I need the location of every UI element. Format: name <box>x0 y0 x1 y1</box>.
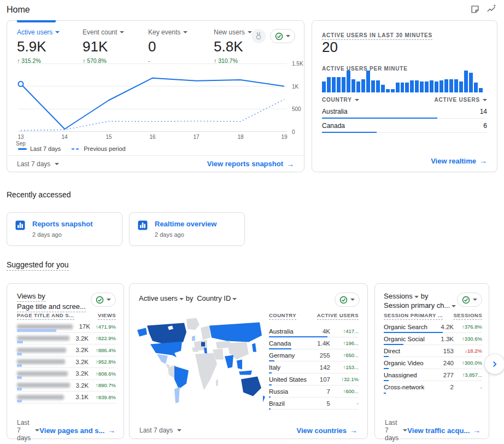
metric-event-count[interactable]: Event count 91K ↑ 570.8% <box>83 28 135 64</box>
column-header[interactable]: COUNTRY <box>269 312 296 320</box>
realtime-bars <box>322 71 483 92</box>
card-title: Active usersby Country ID <box>139 294 237 303</box>
legend-label: Last 7 days <box>30 145 61 152</box>
chevron-down-icon <box>55 163 59 165</box>
realtime-country-list: Australia 14 Canada 6 <box>322 104 487 133</box>
status-ok-dropdown[interactable] <box>270 29 295 43</box>
status-ok-dropdown[interactable] <box>91 293 116 307</box>
row-change: - <box>330 400 359 406</box>
column-header[interactable]: PAGE TITLE AND S... <box>17 312 74 320</box>
suggested-heading: Suggested for you <box>7 260 69 271</box>
recent-item-reports-snapshot[interactable]: Reports snapshot 2 days ago <box>7 212 122 246</box>
column-header[interactable]: SESSIONS <box>453 312 482 320</box>
recently-accessed-heading: Recently accessed <box>7 190 71 199</box>
metric-key-events[interactable]: Key events 0 - <box>148 28 201 64</box>
active-tab-indicator <box>17 20 56 22</box>
y-tick: 1K <box>292 83 298 89</box>
redacted-page-title <box>17 348 66 353</box>
table-row: 3.2K↑890.7% <box>17 380 116 392</box>
row-value: 17K <box>73 323 90 330</box>
arrow-right-icon: → <box>350 426 358 435</box>
x-tick: 14 <box>61 134 67 141</box>
column-header[interactable]: VIEWS <box>98 312 116 320</box>
column-header[interactable]: SESSION PRIMARY ... <box>384 312 443 320</box>
table-row: 3.2K↑952.8% <box>17 357 116 369</box>
chevron-right-icon <box>490 359 500 369</box>
world-map <box>134 312 271 419</box>
table-row: 17K↑471.9% <box>17 321 116 333</box>
row-value: 2 <box>434 384 454 390</box>
x-tick: 18 <box>237 134 243 141</box>
chevron-down-icon <box>483 99 487 101</box>
status-ok-dropdown[interactable] <box>457 293 482 307</box>
check-circle-icon <box>96 296 104 304</box>
date-range-selector[interactable]: Last 7 days <box>385 419 407 442</box>
view-traffic-acquisition-link[interactable]: View traffic acqu...→ <box>407 426 480 435</box>
row-value: 277 <box>434 372 454 378</box>
x-tick: 16 <box>149 134 155 141</box>
redacted-page-title <box>17 383 70 388</box>
row-bar <box>17 388 22 390</box>
chevron-down-icon[interactable] <box>414 296 419 298</box>
chevron-down-icon <box>286 35 290 37</box>
row-change: ↑196... <box>330 340 359 346</box>
country-value: 14 <box>480 104 487 118</box>
row-change: ↑886.4% <box>89 347 116 353</box>
date-range-selector[interactable]: Last 7 days <box>17 419 39 442</box>
row-change: ↑330.6% <box>454 336 482 342</box>
view-countries-link[interactable]: View countries→ <box>296 426 358 435</box>
metric-active-users[interactable]: Active users 5.9K ↑ 315.2% <box>17 28 69 64</box>
row-change: ↑839.8% <box>89 394 116 400</box>
date-range-selector[interactable]: Last 7 days <box>17 160 59 168</box>
table-row: Organic Video240↑300.0% <box>384 357 482 369</box>
chevron-down-icon[interactable] <box>179 298 184 300</box>
note-icon[interactable] <box>470 4 480 14</box>
chevron-down-icon[interactable] <box>120 31 124 33</box>
chevron-down-icon[interactable] <box>232 298 237 300</box>
view-realtime-link[interactable]: View realtime→ <box>431 156 487 165</box>
realtime-active-users-value: 20 <box>322 39 487 56</box>
chevron-down-icon[interactable] <box>452 305 456 307</box>
row-bar <box>17 353 22 355</box>
date-range-selector[interactable]: Last 7 days <box>139 427 181 434</box>
recent-item-time: 2 days ago <box>32 231 93 238</box>
sessions-table: Organic Search4.2K↑376.8% Organic Social… <box>384 321 482 393</box>
carousel-next-button[interactable] <box>485 354 504 374</box>
table-row: 3.1K↑839.8% <box>17 392 116 404</box>
row-change: ↑3,857... <box>454 372 482 378</box>
country-column-header[interactable]: COUNTRY <box>322 97 359 103</box>
row-value: 3.2K <box>70 335 89 342</box>
table-row: Canada1.4K↑196... <box>269 337 359 349</box>
row-value: 3.1K <box>70 394 89 400</box>
chevron-down-icon[interactable] <box>55 31 60 33</box>
table-header: PAGE TITLE AND S... VIEWS <box>17 312 116 320</box>
column-header[interactable]: ACTIVE USERS <box>317 312 359 320</box>
active-users-by-country-card: Active usersby Country ID <box>129 283 368 439</box>
table-row: Organic Social1.3K↑330.6% <box>384 333 482 345</box>
insights-icon[interactable] <box>487 4 496 14</box>
realtime-card: ACTIVE USERS IN LAST 30 MINUTES 20 ACTIV… <box>312 20 497 172</box>
card-title: Sessionsby Session primary ch... <box>384 291 456 310</box>
x-tick: 13 <box>16 134 26 141</box>
chevron-down-icon[interactable] <box>183 31 187 33</box>
sessions-card-footer: Last 7 days View traffic acqu...→ <box>375 422 489 439</box>
status-ok-dropdown[interactable] <box>335 293 360 307</box>
table-row: Canada 6 <box>322 119 487 133</box>
view-pages-link[interactable]: View pages and s...→ <box>39 426 115 435</box>
active-users-column-header[interactable]: ACTIVE USERS <box>434 97 487 103</box>
table-row: 3.2K↑808.6% <box>17 368 116 380</box>
view-reports-snapshot-link[interactable]: View reports snapshot→ <box>207 160 294 168</box>
table-row: Brazil5- <box>269 398 359 410</box>
row-name: Germany <box>269 352 310 359</box>
header-actions <box>470 4 496 14</box>
row-change: ↑376.8% <box>454 324 482 330</box>
legend-label: Previous period <box>84 145 125 152</box>
row-value: 240 <box>434 360 454 366</box>
chart-legend: Last 7 days Previous period <box>18 145 126 152</box>
sessions-by-channel-card: Sessionsby Session primary ch... SESSION… <box>374 283 489 439</box>
recent-item-realtime-overview[interactable]: Realtime overview 2 days ago <box>129 212 245 246</box>
row-value: 4.2K <box>434 324 454 330</box>
views-table: 17K↑471.9% 3.2K↑822.9% 3.2K↑886.4% 3.2K↑… <box>17 321 116 404</box>
row-bar <box>17 400 22 402</box>
sampling-badge-icon[interactable] <box>251 29 266 43</box>
